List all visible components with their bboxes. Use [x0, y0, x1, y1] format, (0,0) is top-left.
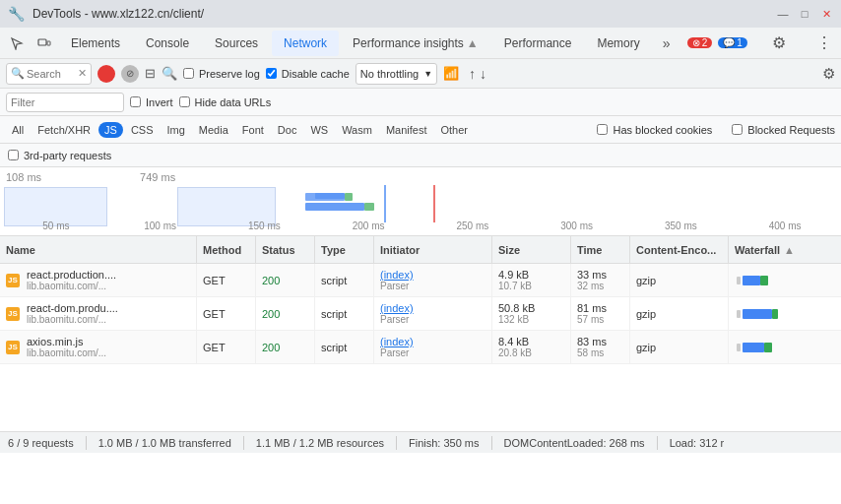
import-icon[interactable]: ↑ [469, 66, 476, 82]
hide-data-urls-checkbox[interactable] [179, 96, 190, 107]
svg-rect-0 [38, 39, 46, 45]
import-export-area: ↑ ↓ [469, 66, 486, 82]
tick-100ms: 100 ms [108, 220, 213, 231]
error-badge: ⊗2 [687, 37, 713, 48]
throttle-select[interactable]: No throttling ▼ [356, 63, 437, 85]
th-type[interactable]: Type [315, 236, 374, 263]
th-method[interactable]: Method [197, 236, 256, 263]
th-status[interactable]: Status [256, 236, 315, 263]
restore-button[interactable]: □ [798, 7, 811, 21]
th-initiator[interactable]: Initiator [374, 236, 492, 263]
invert-checkbox-label[interactable]: Invert [130, 96, 173, 108]
type-filter-all[interactable]: All [6, 122, 30, 138]
invert-checkbox[interactable] [130, 96, 141, 107]
message-badge: 💬1 [718, 37, 747, 48]
blocked-requests-label[interactable]: Blocked Requests [732, 124, 835, 136]
type-filter-img[interactable]: Img [162, 122, 191, 138]
type-filter-media[interactable]: Media [193, 122, 234, 138]
tick-300ms: 300 ms [525, 220, 629, 231]
tab-performance[interactable]: Performance [492, 31, 584, 56]
td-content-enc-0: gzip [630, 264, 729, 296]
initiator-link-1[interactable]: (index) [380, 302, 414, 314]
search-box-icon: 🔍 [11, 67, 25, 80]
tab-network[interactable]: Network [272, 31, 339, 56]
th-content-enc[interactable]: Content-Enco... [630, 236, 729, 263]
type-filter-font[interactable]: Font [236, 122, 270, 138]
time-latency-2: 58 ms [577, 347, 607, 358]
type-filter-js[interactable]: JS [98, 122, 123, 138]
blocked-requests-checkbox[interactable] [732, 124, 743, 135]
stop-button[interactable]: ⊘ [121, 65, 139, 83]
preserve-log-label[interactable]: Preserve log [183, 68, 260, 80]
filter-input[interactable] [6, 93, 124, 112]
type-filter-css[interactable]: CSS [125, 122, 160, 138]
preserve-log-checkbox[interactable] [183, 68, 194, 79]
timeline-label-1: 108 ms [6, 171, 41, 183]
tab-performance-insights[interactable]: Performance insights ▲ [341, 31, 490, 56]
table-row[interactable]: JS axios.min.js lib.baomitu.com/... GET … [0, 331, 841, 364]
network-settings-gear-icon[interactable]: ⚙ [822, 65, 835, 83]
window-controls: — □ ✕ [776, 7, 833, 21]
th-waterfall[interactable]: Waterfall ▲ [729, 236, 841, 263]
disable-cache-checkbox[interactable] [266, 68, 277, 79]
blocked-cookies-checkbox[interactable] [597, 124, 608, 135]
record-button[interactable] [97, 65, 115, 83]
search-input[interactable] [27, 68, 76, 80]
svg-rect-4 [305, 203, 364, 211]
tab-sources[interactable]: Sources [203, 31, 270, 56]
resources-size: 1.1 MB / 1.2 MB resources [256, 437, 384, 449]
initiator-link-0[interactable]: (index) [380, 269, 414, 281]
td-size-1: 50.8 kB 132 kB [492, 297, 571, 330]
search-box[interactable]: 🔍 ✕ [6, 63, 92, 85]
row-name-1: react-dom.produ.... [27, 302, 118, 314]
close-button[interactable]: ✕ [819, 7, 833, 21]
type-filter-ws[interactable]: WS [304, 122, 334, 138]
size-transferred-1: 50.8 kB [498, 302, 535, 314]
type-filter-doc[interactable]: Doc [272, 122, 303, 138]
hide-data-urls-label[interactable]: Hide data URLs [179, 96, 272, 108]
initiator-sub-2: Parser [380, 347, 414, 358]
clear-search-icon[interactable]: ✕ [78, 67, 87, 80]
more-tabs-button[interactable]: » [654, 31, 679, 56]
type-filter-bar: All Fetch/XHR JS CSS Img Media Font Doc … [0, 116, 841, 144]
svg-rect-8 [743, 276, 760, 285]
device-toggle-button[interactable] [32, 31, 57, 56]
type-filter-wasm[interactable]: Wasm [336, 122, 378, 138]
svg-rect-13 [737, 344, 741, 351]
finish-time: Finish: 350 ms [409, 437, 480, 449]
tab-elements[interactable]: Elements [59, 31, 132, 56]
search-network-icon[interactable]: 🔍 [162, 66, 177, 81]
tab-console[interactable]: Console [134, 31, 201, 56]
export-icon[interactable]: ↓ [480, 66, 486, 82]
disable-cache-label[interactable]: Disable cache [266, 68, 350, 80]
table-row[interactable]: JS react.production.... lib.baomitu.com/… [0, 264, 841, 297]
td-initiator-2: (index) Parser [374, 331, 492, 363]
third-party-checkbox[interactable] [8, 150, 19, 160]
devtools-settings-button[interactable]: ⚙ [766, 31, 792, 56]
type-filter-other[interactable]: Other [434, 122, 474, 138]
type-filter-manifest[interactable]: Manifest [380, 122, 433, 138]
filter-icon[interactable]: ⊟ [145, 66, 156, 81]
timeline-overview: 108 ms 749 ms 50 ms 100 ms 150 ms 200 ms… [0, 167, 841, 236]
third-party-label[interactable]: 3rd-party requests [8, 150, 111, 161]
size-transferred-2: 8.4 kB [498, 336, 532, 347]
inspect-element-button[interactable] [4, 31, 30, 56]
td-content-enc-2: gzip [630, 331, 729, 363]
size-resource-0: 10.7 kB [498, 281, 532, 291]
td-initiator-1: (index) Parser [374, 297, 492, 330]
cursor-icon [10, 36, 24, 50]
th-name[interactable]: Name [0, 236, 197, 263]
table-row[interactable]: JS react-dom.produ.... lib.baomitu.com/.… [0, 297, 841, 331]
row-url-2: lib.baomitu.com/... [27, 347, 106, 358]
minimize-button[interactable]: — [776, 7, 790, 21]
blocked-cookies-label[interactable]: Has blocked cookies [597, 124, 712, 136]
td-method-2: GET [197, 331, 256, 363]
more-options-button[interactable]: ⋮ [811, 31, 837, 56]
type-filter-fetch-xhr[interactable]: Fetch/XHR [32, 122, 97, 138]
th-size[interactable]: Size [492, 236, 571, 263]
td-size-2: 8.4 kB 20.8 kB [492, 331, 571, 363]
initiator-link-2[interactable]: (index) [380, 336, 414, 347]
th-time[interactable]: Time [571, 236, 630, 263]
tab-memory[interactable]: Memory [585, 31, 651, 56]
window-title: DevTools - www.xlz122.cn/client/ [32, 7, 768, 21]
